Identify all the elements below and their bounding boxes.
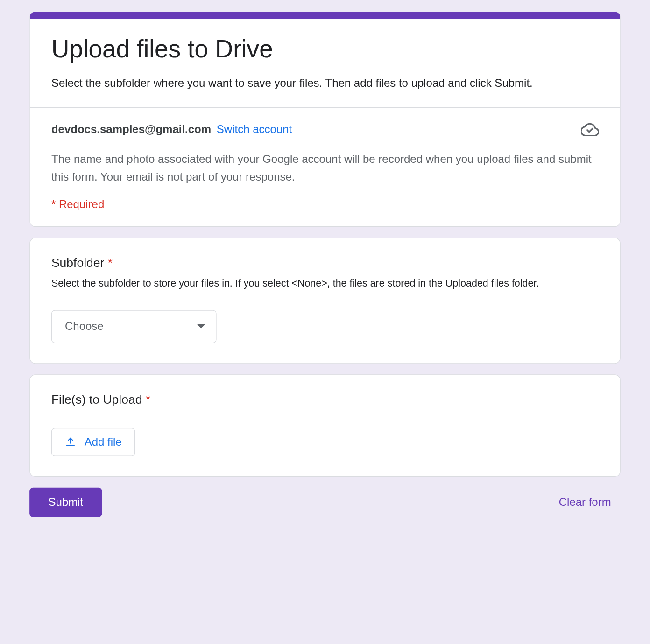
submit-button[interactable]: Submit [29,488,102,517]
upload-icon [65,436,76,448]
switch-account-link[interactable]: Switch account [217,123,292,136]
header-card: Upload files to Drive Select the subfold… [29,12,621,227]
subfolder-dropdown[interactable]: Choose [51,310,217,343]
subfolder-title-text: Subfolder [51,256,105,269]
subfolder-question-title: Subfolder * [51,256,599,270]
account-info: devdocs.samples@gmail.com Switch account [51,123,292,136]
cloud-saved-icon [581,121,599,139]
account-disclosure: The name and photo associated with your … [51,150,599,186]
footer-row: Submit Clear form [29,488,621,517]
form-title: Upload files to Drive [51,34,599,64]
upload-question-card: File(s) to Upload * Add file [29,374,621,477]
add-file-button[interactable]: Add file [51,428,135,456]
add-file-label: Add file [85,435,122,448]
subfolder-question-description: Select the subfolder to store your files… [51,276,599,291]
required-note: * Required [51,198,599,211]
required-asterisk: * [146,392,150,406]
upload-question-title: File(s) to Upload * [51,392,599,406]
subfolder-question-card: Subfolder * Select the subfolder to stor… [29,238,621,364]
chevron-down-icon [197,324,205,329]
upload-title-text: File(s) to Upload [51,392,142,406]
required-asterisk: * [108,256,113,269]
form-description: Select the subfolder where you want to s… [51,75,599,92]
account-row: devdocs.samples@gmail.com Switch account [51,121,599,139]
dropdown-selected-label: Choose [65,320,104,333]
account-email: devdocs.samples@gmail.com [51,123,211,136]
form-container: Upload files to Drive Select the subfold… [0,0,650,540]
clear-form-button[interactable]: Clear form [549,488,620,517]
